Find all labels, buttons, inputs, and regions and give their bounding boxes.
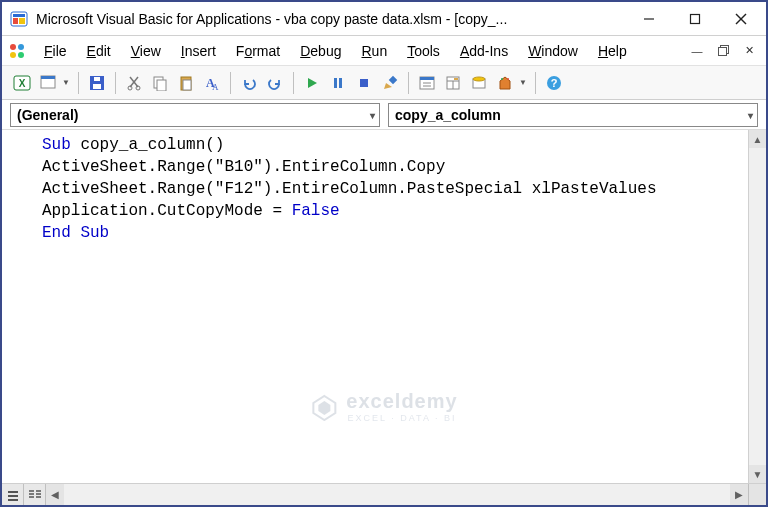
svg-rect-19 [93,84,101,89]
menu-format[interactable]: Format [228,40,288,62]
svg-rect-28 [183,80,191,90]
svg-text:?: ? [551,77,558,89]
svg-point-47 [501,78,503,80]
procedure-combobox[interactable]: copy_a_column ▾ [388,103,758,127]
chevron-down-icon: ▾ [748,109,753,120]
object-browser-icon[interactable] [467,71,491,95]
svg-rect-32 [334,78,337,88]
horizontal-scrollbar[interactable]: ◀ ▶ [46,484,748,505]
svg-point-10 [10,52,16,58]
insert-userform-icon[interactable] [36,71,60,95]
svg-rect-1 [13,14,25,17]
menu-help[interactable]: Help [590,40,635,62]
code-pane: Sub copy_a_column() ActiveSheet.Range("B… [2,130,766,483]
undo-icon[interactable] [237,71,261,95]
chevron-down-icon: ▾ [370,109,375,120]
menu-window[interactable]: Window [520,40,586,62]
menu-tools[interactable]: Tools [399,40,448,62]
vertical-scrollbar[interactable]: ▲ ▼ [748,130,766,483]
procedure-combobox-value: copy_a_column [395,107,501,123]
scroll-down-icon[interactable]: ▼ [749,465,766,483]
svg-point-8 [10,44,16,50]
menu-view[interactable]: View [123,40,169,62]
mdi-close-button[interactable]: ✕ [738,41,760,61]
svg-rect-36 [389,75,397,83]
svg-rect-34 [360,79,368,87]
svg-rect-33 [339,78,342,88]
svg-marker-35 [384,83,392,89]
menu-run[interactable]: Run [353,40,395,62]
bottom-bar: ◀ ▶ [2,483,766,505]
window-title: Microsoft Visual Basic for Applications … [36,11,626,27]
object-combobox-value: (General) [17,107,78,123]
menu-addins[interactable]: Add-Ins [452,40,516,62]
view-excel-icon[interactable]: X [10,71,34,95]
properties-window-icon[interactable] [441,71,465,95]
scroll-left-icon[interactable]: ◀ [46,484,64,505]
menu-insert[interactable]: Insert [173,40,224,62]
mdi-restore-button[interactable] [712,41,734,61]
app-icon [10,10,28,28]
code-navigator: (General) ▾ copy_a_column ▾ [2,100,766,130]
vba-menu-icon [8,42,26,60]
svg-point-9 [18,44,24,50]
menu-debug[interactable]: Debug [292,40,349,62]
object-combobox[interactable]: (General) ▾ [10,103,380,127]
svg-rect-38 [420,77,434,80]
title-bar: Microsoft Visual Basic for Applications … [2,2,766,36]
svg-text:A: A [212,82,219,91]
scroll-up-icon[interactable]: ▲ [749,130,766,148]
svg-point-48 [507,78,509,80]
maximize-button[interactable] [672,4,718,34]
toolbox-icon[interactable] [493,71,517,95]
svg-rect-2 [13,18,18,24]
menu-file[interactable]: File [36,40,75,62]
cut-icon[interactable] [122,71,146,95]
svg-point-46 [473,77,485,81]
insert-userform-dropdown[interactable]: ▼ [62,78,72,87]
run-icon[interactable] [300,71,324,95]
code-editor[interactable]: Sub copy_a_column() ActiveSheet.Range("B… [2,130,748,483]
full-module-view-button[interactable] [24,484,46,505]
find-icon[interactable]: AA [200,71,224,95]
svg-marker-31 [308,78,317,88]
svg-rect-13 [718,48,726,56]
project-explorer-icon[interactable] [415,71,439,95]
svg-rect-26 [157,80,166,91]
standard-toolbar: X ▼ AA ▼ ? [2,66,766,100]
copy-icon[interactable] [148,71,172,95]
save-icon[interactable] [85,71,109,95]
help-icon[interactable]: ? [542,71,566,95]
svg-point-11 [18,52,24,58]
svg-rect-44 [454,78,458,80]
svg-rect-5 [691,14,700,23]
design-mode-icon[interactable] [378,71,402,95]
paste-icon[interactable] [174,71,198,95]
menu-edit[interactable]: Edit [79,40,119,62]
minimize-button[interactable] [626,4,672,34]
close-button[interactable] [718,4,764,34]
svg-rect-3 [19,18,25,24]
procedure-view-button[interactable] [2,484,24,505]
window-controls [626,4,764,34]
scroll-right-icon[interactable]: ▶ [730,484,748,505]
svg-rect-17 [41,76,55,79]
toolbox-dropdown[interactable]: ▼ [519,78,529,87]
redo-icon[interactable] [263,71,287,95]
svg-rect-20 [94,77,100,81]
reset-icon[interactable] [352,71,376,95]
mdi-minimize-button[interactable]: — [686,41,708,61]
menu-bar: File Edit View Insert Format Debug Run T… [2,36,766,66]
svg-text:X: X [19,78,26,89]
break-icon[interactable] [326,71,350,95]
